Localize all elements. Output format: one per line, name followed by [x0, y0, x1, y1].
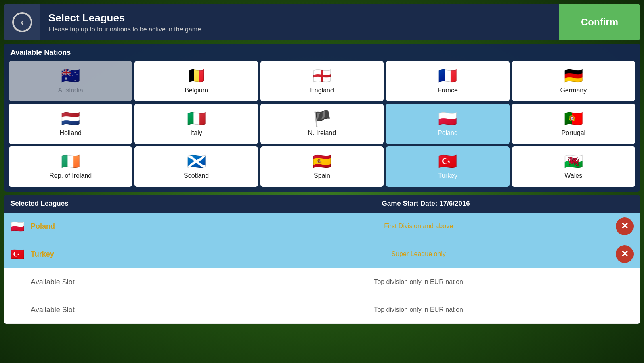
- rep_ireland-name: Rep. of Ireland: [49, 172, 92, 179]
- germany-flag: 🇩🇪: [564, 68, 583, 83]
- nation-card-n_ireland[interactable]: 🏴N. Ireland: [260, 104, 384, 144]
- league-row-0: 🇵🇱PolandFirst Division and above✕: [4, 213, 640, 240]
- nation-card-holland[interactable]: 🇳🇱Holland: [9, 104, 132, 144]
- nation-card-spain[interactable]: 🇪🇸Spain: [260, 146, 384, 187]
- remove-league-button-1[interactable]: ✕: [616, 245, 634, 263]
- league-row-division-3: Top division only in EUR nation: [224, 306, 613, 313]
- germany-name: Germany: [560, 87, 587, 94]
- league-row-division-0: First Division and above: [224, 223, 613, 230]
- france-name: France: [438, 87, 458, 94]
- australia-flag: 🇦🇺: [61, 68, 80, 83]
- nation-card-wales[interactable]: 🏴󠁧󠁢󠁷󠁬󠁳󠁿Wales: [512, 146, 635, 187]
- header-text: Select Leagues Please tap up to four nat…: [40, 4, 559, 40]
- nation-card-australia[interactable]: 🇦🇺Australia: [9, 61, 132, 101]
- league-row-country-3: Available Slot: [31, 306, 224, 314]
- nation-card-belgium[interactable]: 🇧🇪Belgium: [134, 61, 258, 101]
- league-row-3: Available SlotTop division only in EUR n…: [4, 296, 640, 324]
- nation-card-germany[interactable]: 🇩🇪Germany: [512, 61, 635, 101]
- league-row-1: 🇹🇷TurkeySuper League only✕: [4, 240, 640, 268]
- france-flag: 🇫🇷: [438, 68, 457, 83]
- league-row-flag-1: 🇹🇷: [10, 248, 31, 261]
- leagues-header-selected: Selected Leagues: [10, 200, 218, 208]
- scotland-flag: 🏴󠁧󠁢󠁳󠁣󠁴󠁿: [187, 154, 206, 169]
- wales-flag: 🏴󠁧󠁢󠁷󠁬󠁳󠁿: [564, 154, 583, 169]
- page-title: Select Leagues: [48, 12, 551, 24]
- remove-league-button-0[interactable]: ✕: [616, 217, 634, 235]
- confirm-button[interactable]: Confirm: [559, 4, 640, 40]
- england-flag: 🏴󠁧󠁢󠁥󠁮󠁧󠁿: [313, 68, 331, 83]
- poland-name: Poland: [438, 129, 458, 137]
- nation-card-portugal[interactable]: 🇵🇹Portugal: [512, 104, 635, 144]
- spain-name: Spain: [314, 172, 330, 179]
- league-row-division-1: Super League only: [224, 250, 613, 258]
- nation-card-poland[interactable]: 🇵🇱Poland: [386, 104, 509, 144]
- poland-flag: 🇵🇱: [438, 111, 457, 126]
- league-row-flag-0: 🇵🇱: [10, 220, 31, 233]
- remove-icon-0: ✕: [621, 222, 628, 231]
- nation-card-scotland[interactable]: 🏴󠁧󠁢󠁳󠁣󠁴󠁿Scotland: [134, 146, 258, 187]
- turkey-name: Turkey: [438, 172, 457, 179]
- australia-name: Australia: [58, 87, 83, 94]
- back-arrow-icon: ‹: [12, 12, 32, 32]
- spain-flag: 🇪🇸: [313, 154, 331, 169]
- league-row-country-1: Turkey: [31, 250, 224, 259]
- empty-slot-3: [616, 301, 634, 319]
- header: ‹ Select Leagues Please tap up to four n…: [4, 4, 640, 40]
- n_ireland-name: N. Ireland: [308, 129, 336, 137]
- back-button[interactable]: ‹: [4, 4, 40, 40]
- scotland-name: Scotland: [184, 172, 209, 179]
- n_ireland-flag: 🏴: [313, 111, 331, 126]
- england-name: England: [310, 87, 334, 94]
- wales-name: Wales: [564, 172, 582, 179]
- nation-card-england[interactable]: 🏴󠁧󠁢󠁥󠁮󠁧󠁿England: [260, 61, 384, 101]
- belgium-flag: 🇧🇪: [187, 68, 206, 83]
- holland-name: Holland: [60, 129, 82, 137]
- turkey-flag: 🇹🇷: [438, 154, 457, 169]
- nation-card-rep_ireland[interactable]: 🇮🇪Rep. of Ireland: [9, 146, 132, 187]
- leagues-header-date: Game Start Date: 17/6/2016: [218, 200, 634, 208]
- league-rows-container: 🇵🇱PolandFirst Division and above✕🇹🇷Turke…: [4, 213, 640, 324]
- remove-icon-1: ✕: [621, 250, 628, 259]
- nation-card-france[interactable]: 🇫🇷France: [386, 61, 509, 101]
- confirm-label: Confirm: [581, 17, 618, 28]
- leagues-header: Selected Leagues Game Start Date: 17/6/2…: [4, 195, 640, 213]
- belgium-name: Belgium: [185, 87, 208, 94]
- league-row-country-0: Poland: [31, 222, 224, 231]
- nations-panel-title: Available Nations: [9, 48, 635, 57]
- holland-flag: 🇳🇱: [61, 111, 80, 126]
- page-subtitle: Please tap up to four nations to be acti…: [48, 26, 551, 33]
- italy-flag: 🇮🇹: [187, 111, 206, 126]
- nation-card-turkey[interactable]: 🇹🇷Turkey: [386, 146, 509, 187]
- nation-card-italy[interactable]: 🇮🇹Italy: [134, 104, 258, 144]
- portugal-name: Portugal: [561, 129, 585, 137]
- italy-name: Italy: [190, 129, 202, 137]
- nations-panel: Available Nations 🇦🇺Australia🇧🇪Belgium🏴󠁧…: [4, 44, 640, 192]
- empty-slot-2: [616, 273, 634, 291]
- rep_ireland-flag: 🇮🇪: [61, 154, 80, 169]
- league-row-2: Available SlotTop division only in EUR n…: [4, 268, 640, 296]
- league-row-division-2: Top division only in EUR nation: [224, 278, 613, 286]
- league-row-country-2: Available Slot: [31, 278, 224, 286]
- portugal-flag: 🇵🇹: [564, 111, 583, 126]
- nations-grid: 🇦🇺Australia🇧🇪Belgium🏴󠁧󠁢󠁥󠁮󠁧󠁿England🇫🇷Fran…: [9, 61, 635, 187]
- leagues-panel: Selected Leagues Game Start Date: 17/6/2…: [4, 195, 640, 324]
